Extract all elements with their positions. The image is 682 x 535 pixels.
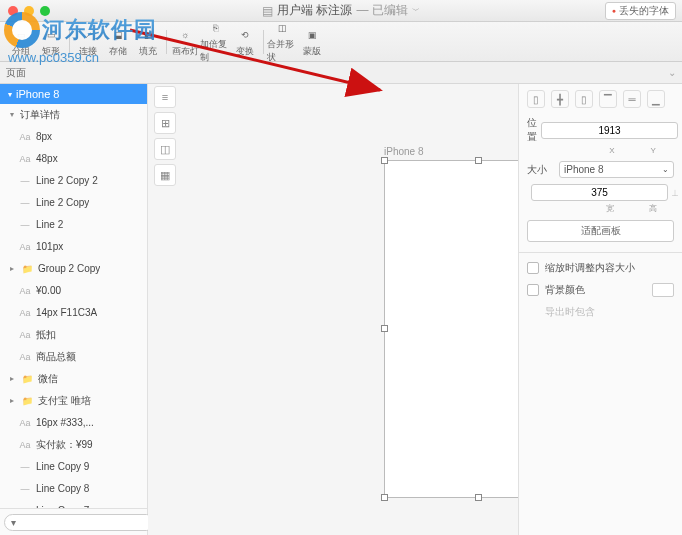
pos-x-input[interactable] <box>541 122 678 139</box>
folder-icon: 📁 <box>20 374 34 384</box>
align-tool-icon[interactable]: ≡ <box>154 86 176 108</box>
toolbar-icon: ▣ <box>303 26 321 44</box>
layer-item[interactable]: Aa¥0.00 <box>0 280 147 302</box>
toolbar-icon: ▭ <box>42 26 60 44</box>
zoom-icon[interactable] <box>40 6 50 16</box>
bg-color-checkbox[interactable] <box>527 284 539 296</box>
text-icon: Aa <box>18 154 32 164</box>
resize-content-checkbox[interactable] <box>527 262 539 274</box>
arrange-tool-icon[interactable]: ◫ <box>154 138 176 160</box>
layer-item[interactable]: Aa商品总额 <box>0 346 147 368</box>
layer-item[interactable]: Aa8px <box>0 126 147 148</box>
text-icon: Aa <box>18 440 32 450</box>
artboard-label[interactable]: iPhone 8 <box>384 146 423 157</box>
toolbar-连接[interactable]: ⟋连接 <box>73 26 103 58</box>
toolbar-icon: ☼ <box>176 26 194 44</box>
search-input[interactable] <box>4 514 155 531</box>
resize-handle[interactable] <box>381 494 388 501</box>
resize-content-label: 缩放时调整内容大小 <box>545 261 635 275</box>
chevron-icon[interactable]: ⌄ <box>668 67 676 78</box>
size-label: 大小 <box>527 163 555 177</box>
toolbar-icon: ⟲ <box>236 26 254 44</box>
layer-item[interactable]: ▸📁微信 <box>0 368 147 390</box>
resize-handle[interactable] <box>381 325 388 332</box>
layer-item[interactable]: —Line 2 Copy 2 <box>0 170 147 192</box>
toolbar-填充[interactable]: ◧填充 <box>133 26 163 58</box>
toolbar-存储[interactable]: ⬓存储 <box>103 26 133 58</box>
layer-item[interactable]: Aa101px <box>0 236 147 258</box>
layer-item[interactable]: —Line Copy 7 <box>0 500 147 508</box>
toolbar-合并形状[interactable]: ◫合并形状 <box>267 19 297 64</box>
pages-label[interactable]: 页面 <box>6 66 26 80</box>
position-label: 位置 <box>527 116 537 144</box>
titlebar: ▤ 用户端 标注源 — 已编辑 ﹀ 丢失的字体 <box>0 0 682 22</box>
canvas[interactable]: ≡ ⊞ ◫ ▦ iPhone 8 <box>148 84 518 535</box>
align-center-icon[interactable]: ╋ <box>551 90 569 108</box>
text-icon: Aa <box>18 242 32 252</box>
layer-item[interactable]: —Line Copy 8 <box>0 478 147 500</box>
artboard-frame[interactable] <box>384 160 518 498</box>
width-input[interactable] <box>531 184 668 201</box>
layer-item[interactable]: Aa48px <box>0 148 147 170</box>
disclosure-icon[interactable]: ▸ <box>10 396 18 405</box>
text-icon: Aa <box>18 308 32 318</box>
sidebar-search <box>0 508 147 535</box>
bg-color-swatch[interactable] <box>652 283 674 297</box>
layer-item[interactable]: Aa抵扣 <box>0 324 147 346</box>
toolbar-icon: ⟋ <box>79 26 97 44</box>
resize-handle[interactable] <box>475 494 482 501</box>
fit-artboard-button[interactable]: 适配画板 <box>527 220 674 242</box>
layer-item[interactable]: —Line 2 Copy <box>0 192 147 214</box>
layer-item[interactable]: ▸📁Group 2 Copy <box>0 258 147 280</box>
disclosure-icon[interactable]: ▸ <box>10 374 18 383</box>
toolbar-变换[interactable]: ⟲变换 <box>230 26 260 58</box>
toolbar-icon: ⬓ <box>109 26 127 44</box>
traffic-lights <box>8 6 50 16</box>
lock-icon[interactable]: ⟂ <box>672 187 678 198</box>
close-icon[interactable] <box>8 6 18 16</box>
disclosure-icon[interactable]: ▾ <box>10 110 18 119</box>
minimize-icon[interactable] <box>24 6 34 16</box>
layer-item[interactable]: —Line Copy 9 <box>0 456 147 478</box>
resize-handle[interactable] <box>381 157 388 164</box>
disclosure-icon[interactable]: ▸ <box>10 264 18 273</box>
toolbar-画布灯[interactable]: ☼画布灯 <box>170 26 200 58</box>
layer-item[interactable]: Aa14px F11C3A <box>0 302 147 324</box>
toolbar-矩形[interactable]: ▭矩形 <box>36 26 66 58</box>
layer-item[interactable]: ▸📁支付宝 唯培 <box>0 390 147 412</box>
align-top-icon[interactable]: ▔ <box>599 90 617 108</box>
line-icon: — <box>18 220 32 230</box>
missing-font-badge[interactable]: 丢失的字体 <box>605 2 676 20</box>
text-icon: Aa <box>18 330 32 340</box>
bg-color-label: 背景颜色 <box>545 283 585 297</box>
artboard-header[interactable]: ▾ iPhone 8 <box>0 84 147 104</box>
text-icon: Aa <box>18 352 32 362</box>
align-right-icon[interactable]: ▯ <box>575 90 593 108</box>
export-include-label: 导出时包含 <box>545 305 674 319</box>
toolbar-分组[interactable]: ▭分组 <box>6 26 36 58</box>
layer-item[interactable]: Aa16px #333,... <box>0 412 147 434</box>
align-middle-icon[interactable]: ═ <box>623 90 641 108</box>
toolbar-蒙版[interactable]: ▣蒙版 <box>297 26 327 58</box>
pages-strip: 页面 ⌄ <box>0 62 682 84</box>
line-icon: — <box>18 176 32 186</box>
chevron-down-icon[interactable]: ﹀ <box>412 5 420 16</box>
toolbar-加倍复制[interactable]: ⎘加倍复制 <box>200 19 230 64</box>
grid-tool-icon[interactable]: ▦ <box>154 164 176 186</box>
folder-icon: 📁 <box>20 264 34 274</box>
window-title: ▤ 用户端 标注源 — 已编辑 ﹀ <box>262 2 420 19</box>
layer-item[interactable]: Aa实付款：¥99 <box>0 434 147 456</box>
resize-handle[interactable] <box>475 157 482 164</box>
text-icon: Aa <box>18 418 32 428</box>
layer-list: Aa8pxAa48px—Line 2 Copy 2—Line 2 Copy—Li… <box>0 126 147 508</box>
layer-item[interactable]: —Line 2 <box>0 214 147 236</box>
size-preset-select[interactable]: iPhone 8⌄ <box>559 161 674 178</box>
line-icon: — <box>18 198 32 208</box>
inspector-panel: ▯ ╋ ▯ ▔ ═ ▁ 位置 XY 大小 iPhone 8⌄ ⟂ 宽高 适配画板 <box>518 84 682 535</box>
layer-group-head[interactable]: ▾ 订单详情 <box>0 104 147 126</box>
distribute-tool-icon[interactable]: ⊞ <box>154 112 176 134</box>
align-bottom-icon[interactable]: ▁ <box>647 90 665 108</box>
align-left-icon[interactable]: ▯ <box>527 90 545 108</box>
folder-icon: 📁 <box>20 396 34 406</box>
text-icon: Aa <box>18 132 32 142</box>
